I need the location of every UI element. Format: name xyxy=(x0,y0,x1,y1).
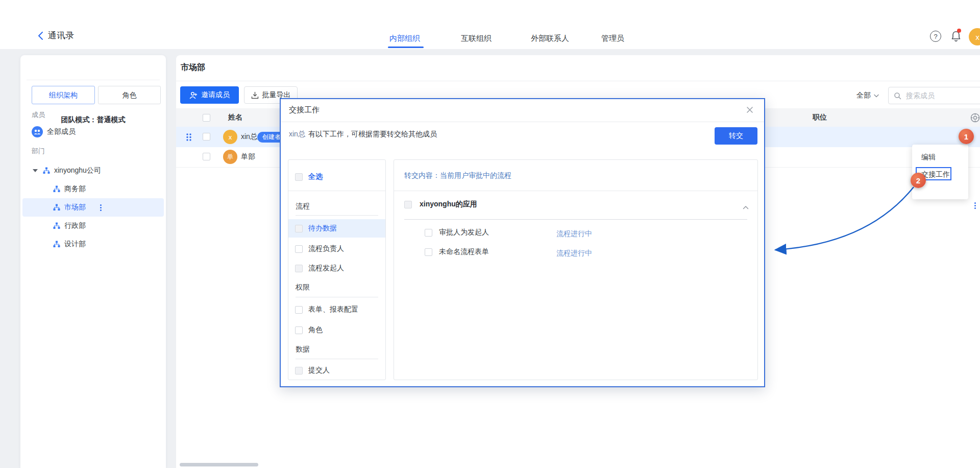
process-row[interactable]: 审批人为发起人 xyxy=(425,228,489,237)
back-button[interactable]: 通讯录 xyxy=(38,30,74,41)
dept-more-icon[interactable] xyxy=(100,204,102,211)
process-label: 审批人为发起人 xyxy=(439,228,489,237)
tab-admin[interactable]: 管理员 xyxy=(601,32,624,45)
process-checkbox[interactable] xyxy=(425,248,432,256)
drag-handle-icon[interactable] xyxy=(186,133,192,143)
annotation-step-1: 1 xyxy=(959,129,974,144)
filter-dropdown-value: 全部 xyxy=(856,91,871,100)
close-icon xyxy=(746,106,753,113)
all-members-label: 全部成员 xyxy=(47,127,76,136)
tab-connected-org[interactable]: 互联组织 xyxy=(461,32,492,45)
item-label: 流程发起人 xyxy=(308,264,344,273)
title-divider xyxy=(176,81,980,81)
section-label-data: 数据 xyxy=(296,345,310,354)
page-back-title: 通讯录 xyxy=(48,30,74,41)
group-checkbox[interactable] xyxy=(404,201,412,208)
column-header-name: 姓名 xyxy=(228,113,242,122)
transfer-button[interactable]: 转交 xyxy=(715,127,757,145)
member-name: xin总 xyxy=(241,132,257,142)
panel-divider xyxy=(394,191,757,191)
invite-person-icon xyxy=(189,91,198,99)
sidebar-tab-org-structure[interactable]: 组织架构 xyxy=(32,86,95,104)
caret-down-icon[interactable] xyxy=(33,169,38,172)
help-button[interactable]: ? xyxy=(929,30,942,43)
section-label-process: 流程 xyxy=(296,202,310,211)
filter-dropdown[interactable]: 全部 xyxy=(856,87,879,104)
top-bar: 通讯录 内部组织 互联组织 外部联系人 管理员 ? x xyxy=(0,0,980,49)
item-label: 流程负责人 xyxy=(308,244,344,253)
user-avatar[interactable]: x xyxy=(969,28,980,45)
item-label: 表单、报表配置 xyxy=(308,305,358,314)
section-underline xyxy=(296,297,378,297)
process-checkbox[interactable] xyxy=(425,229,432,237)
invite-member-button[interactable]: 邀请成员 xyxy=(180,86,239,104)
process-status: 流程进行中 xyxy=(556,229,592,239)
column-header-position: 职位 xyxy=(813,113,827,122)
item-checkbox[interactable] xyxy=(295,306,303,314)
row-checkbox[interactable] xyxy=(203,153,210,160)
column-settings-gear-icon[interactable] xyxy=(970,113,980,124)
org-icon xyxy=(53,222,60,229)
tree-node-dept-market[interactable]: 市场部 xyxy=(20,198,166,217)
org-icon xyxy=(53,204,60,211)
invite-member-label: 邀请成员 xyxy=(201,90,230,100)
company-label: xinyonghu公司 xyxy=(54,166,101,175)
handover-modal: 交接工作 xin总有以下工作，可根据需要转交给其他成员 转交 全选 流程 待办数… xyxy=(280,98,765,387)
process-row[interactable]: 未命名流程表单 xyxy=(425,247,489,256)
process-status: 流程进行中 xyxy=(556,249,592,258)
notifications-button[interactable] xyxy=(949,30,963,43)
org-icon xyxy=(53,185,60,193)
category-item-process-initiator[interactable]: 流程发起人 xyxy=(288,259,385,277)
item-checkbox[interactable] xyxy=(295,245,303,253)
category-item-role[interactable]: 角色 xyxy=(288,321,385,339)
tab-external-contacts[interactable]: 外部联系人 xyxy=(531,32,569,45)
row-more-icon[interactable] xyxy=(974,202,976,209)
org-icon xyxy=(43,167,50,174)
chevron-up-icon[interactable] xyxy=(743,203,749,211)
menu-item-edit[interactable]: 编辑 xyxy=(921,151,936,162)
sidebar-item-all-members[interactable]: 全部成员 xyxy=(20,123,166,141)
sidebar-tab-roles[interactable]: 角色 xyxy=(98,86,161,104)
item-checkbox[interactable] xyxy=(295,367,303,375)
section-underline xyxy=(296,215,378,216)
all-members-icon xyxy=(32,126,43,137)
modal-subtitle: xin总有以下工作，可根据需要转交给其他成员 xyxy=(289,130,437,139)
select-all-checkbox[interactable] xyxy=(295,173,303,181)
download-icon xyxy=(251,91,259,99)
category-item-todo-data[interactable]: 待办数据 xyxy=(288,219,385,238)
notification-dot xyxy=(957,29,961,33)
modal-title-divider xyxy=(281,122,764,122)
tree-node-dept-design[interactable]: 设计部 xyxy=(20,235,166,253)
tree-node-dept-admin[interactable]: 行政部 xyxy=(20,217,166,235)
sidebar: 团队模式：普通模式 组织架构 角色 成员 全部成员 部门 xinyonghu公司… xyxy=(20,55,166,468)
item-checkbox[interactable] xyxy=(295,225,303,232)
category-item-submitter[interactable]: 提交人 xyxy=(288,361,385,380)
annotation-step-2: 2 xyxy=(911,173,926,188)
item-checkbox[interactable] xyxy=(295,326,303,334)
app-group-row[interactable]: xinyonghu的应用 xyxy=(404,200,477,209)
tree-node-company[interactable]: xinyonghu公司 xyxy=(20,161,166,180)
item-label: 提交人 xyxy=(308,366,330,375)
search-input[interactable] xyxy=(905,91,978,100)
item-checkbox[interactable] xyxy=(295,265,303,272)
category-item-process-owner[interactable]: 流程负责人 xyxy=(288,240,385,258)
tab-internal-org[interactable]: 内部组织 xyxy=(389,32,420,45)
category-item-form-report-config[interactable]: 表单、报表配置 xyxy=(288,300,385,319)
tree-node-dept-business[interactable]: 商务部 xyxy=(20,180,166,198)
avatar: 单 xyxy=(223,150,237,164)
modal-close-button[interactable] xyxy=(745,105,755,115)
chevron-down-icon xyxy=(874,94,879,98)
dept-label: 行政部 xyxy=(64,221,86,230)
select-all-checkbox[interactable] xyxy=(203,114,210,122)
horizontal-scrollbar-thumb[interactable] xyxy=(180,463,258,466)
search-icon xyxy=(894,92,901,100)
modal-subtitle-text: 有以下工作，可根据需要转交给其他成员 xyxy=(308,130,437,138)
row-checkbox[interactable] xyxy=(203,133,210,141)
sidebar-divider xyxy=(27,80,160,80)
dept-label: 商务部 xyxy=(64,184,86,194)
group-divider xyxy=(404,219,747,220)
dept-label: 设计部 xyxy=(64,240,86,249)
select-all-row[interactable]: 全选 xyxy=(288,168,385,186)
help-icon: ? xyxy=(930,31,941,42)
back-chevron-icon xyxy=(38,31,43,40)
